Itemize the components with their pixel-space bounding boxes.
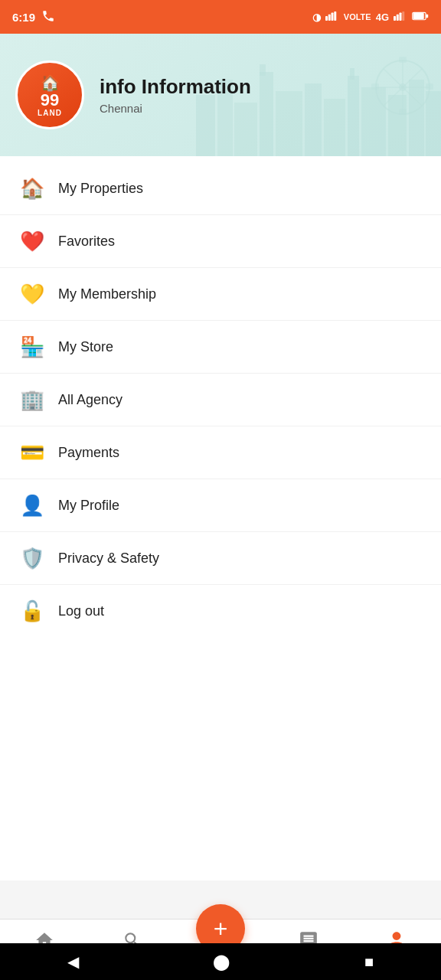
svg-rect-5 bbox=[397, 14, 399, 20]
android-navigation-bar: ◀ ⬤ ■ bbox=[0, 943, 441, 980]
svg-rect-3 bbox=[334, 11, 336, 21]
svg-rect-31 bbox=[399, 57, 407, 63]
svg-rect-21 bbox=[361, 87, 386, 156]
svg-rect-2 bbox=[331, 12, 333, 21]
all-agency-icon: 🏢 bbox=[18, 386, 46, 413]
back-button[interactable]: ◀ bbox=[52, 946, 94, 977]
payments-label: Payments bbox=[58, 445, 119, 461]
svg-rect-14 bbox=[260, 72, 273, 156]
battery-saver-icon: ◑ bbox=[312, 11, 321, 23]
svg-rect-20 bbox=[350, 68, 354, 80]
my-store-icon: 🏪 bbox=[18, 333, 46, 361]
my-membership-label: My Membership bbox=[58, 286, 156, 302]
recent-button[interactable]: ■ bbox=[349, 947, 389, 977]
r-signal-icon bbox=[394, 11, 407, 24]
svg-rect-33 bbox=[399, 109, 407, 115]
svg-rect-16 bbox=[276, 91, 302, 156]
menu-item-payments[interactable]: 💳 Payments bbox=[0, 426, 441, 479]
menu-item-my-membership[interactable]: 💛 My Membership bbox=[0, 268, 441, 321]
avatar: 🏠 99 LAND bbox=[15, 60, 84, 129]
svg-rect-19 bbox=[348, 76, 359, 156]
my-store-label: My Store bbox=[58, 339, 113, 355]
svg-rect-32 bbox=[426, 83, 433, 90]
profile-name: info Information bbox=[100, 75, 251, 99]
svg-rect-24 bbox=[426, 91, 441, 156]
my-profile-icon: 👤 bbox=[18, 492, 46, 519]
menu-item-all-agency[interactable]: 🏢 All Agency bbox=[0, 374, 441, 426]
status-bar: 6:19 ◑ VOLTE 4G bbox=[0, 0, 441, 34]
favorites-icon: ❤️ bbox=[18, 227, 46, 255]
svg-rect-4 bbox=[394, 16, 396, 21]
menu-item-log-out[interactable]: 🔓 Log out bbox=[0, 585, 441, 637]
signal-icon bbox=[325, 11, 339, 24]
svg-rect-18 bbox=[324, 99, 345, 156]
home-button[interactable]: ⬤ bbox=[198, 946, 245, 977]
svg-rect-17 bbox=[305, 83, 322, 156]
svg-rect-23 bbox=[409, 80, 424, 156]
status-left: 6:19 bbox=[12, 9, 55, 25]
menu-item-favorites[interactable]: ❤️ Favorites bbox=[0, 215, 441, 268]
menu-item-privacy-safety[interactable]: 🛡️ Privacy & Safety bbox=[0, 532, 441, 585]
battery-icon bbox=[412, 11, 429, 24]
svg-rect-34 bbox=[371, 83, 379, 90]
status-right: ◑ VOLTE 4G bbox=[312, 11, 429, 24]
svg-rect-6 bbox=[400, 12, 402, 21]
svg-rect-0 bbox=[325, 16, 328, 21]
my-profile-label: My Profile bbox=[58, 498, 119, 514]
network-type: VOLTE bbox=[344, 12, 371, 21]
log-out-label: Log out bbox=[58, 603, 104, 619]
logo-house-icon: 🏠 bbox=[41, 74, 60, 92]
svg-rect-22 bbox=[388, 95, 407, 156]
plus-icon: + bbox=[214, 916, 228, 941]
menu-item-my-properties[interactable]: 🏠 My Properties bbox=[0, 162, 441, 215]
svg-rect-10 bbox=[413, 13, 424, 19]
profile-info: info Information Chennai bbox=[100, 75, 251, 115]
privacy-safety-icon: 🛡️ bbox=[18, 544, 46, 572]
svg-rect-9 bbox=[426, 14, 428, 18]
phone-icon bbox=[41, 9, 55, 25]
my-membership-icon: 💛 bbox=[18, 280, 46, 308]
my-properties-icon: 🏠 bbox=[18, 175, 46, 202]
time-display: 6:19 bbox=[12, 11, 35, 24]
menu-list: 🏠 My Properties ❤️ Favorites 💛 My Member… bbox=[0, 156, 441, 880]
svg-rect-1 bbox=[328, 14, 331, 20]
svg-rect-15 bbox=[260, 64, 266, 76]
log-out-icon: 🔓 bbox=[18, 597, 46, 625]
menu-item-my-store[interactable]: 🏪 My Store bbox=[0, 321, 441, 374]
menu-item-my-profile[interactable]: 👤 My Profile bbox=[0, 479, 441, 532]
payments-icon: 💳 bbox=[18, 439, 46, 466]
my-properties-label: My Properties bbox=[58, 181, 143, 197]
svg-rect-7 bbox=[402, 11, 404, 21]
privacy-safety-label: Privacy & Safety bbox=[58, 550, 159, 567]
logo-number: 99 bbox=[41, 92, 59, 109]
profile-banner: 🏠 99 LAND info Information Chennai bbox=[0, 34, 441, 156]
4g-label: 4G bbox=[376, 11, 389, 23]
favorites-label: Favorites bbox=[58, 234, 115, 250]
all-agency-label: All Agency bbox=[58, 392, 122, 408]
logo-text: LAND bbox=[38, 109, 62, 117]
profile-location: Chennai bbox=[100, 102, 251, 115]
